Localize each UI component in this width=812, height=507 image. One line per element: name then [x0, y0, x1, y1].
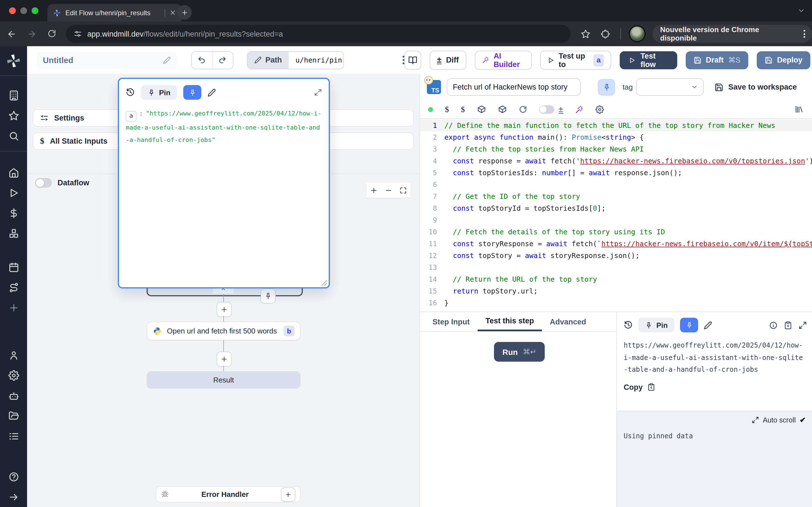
search-icon[interactable] — [0, 126, 27, 146]
expand-sidebar-icon[interactable] — [0, 487, 27, 507]
clipboard-icon[interactable] — [784, 321, 792, 329]
pinned-active-button[interactable] — [183, 85, 201, 100]
flows-icon[interactable] — [0, 277, 27, 297]
auto-scroll-row[interactable]: Auto scroll ✔ — [617, 411, 812, 424]
runs-icon[interactable] — [0, 182, 27, 203]
dataflow-toggle[interactable] — [35, 178, 52, 187]
home-icon[interactable] — [0, 162, 27, 182]
editor-settings-gear-icon[interactable] — [595, 105, 604, 114]
workspace-icon[interactable] — [0, 85, 27, 105]
code-line[interactable]: 5 const topStoriesIds: number[] = await … — [420, 167, 812, 179]
undo-button[interactable] — [192, 52, 212, 68]
save-to-workspace-button[interactable]: Save to workspace — [715, 82, 797, 92]
add-step-button[interactable] — [216, 302, 232, 317]
edit-pin-pencil-icon[interactable] — [704, 321, 712, 329]
expand-popup-icon[interactable] — [314, 89, 322, 96]
ai-builder-button[interactable]: AI Builder — [474, 50, 532, 69]
code-line[interactable]: 12 const topStory = await storyResponse.… — [420, 249, 812, 262]
code-line[interactable]: 10 // Fetch the details of the top story… — [420, 226, 812, 238]
code-editor[interactable]: 1// Define the main function to fetch th… — [420, 119, 812, 312]
node-pin-badge[interactable] — [260, 288, 276, 304]
tag-select[interactable] — [636, 78, 704, 96]
tab-close-icon[interactable] — [170, 10, 176, 16]
folders-icon[interactable] — [0, 406, 27, 426]
code-line[interactable]: 13 — [420, 262, 812, 273]
history-icon[interactable] — [126, 88, 135, 97]
pinned-json-value[interactable]: a:"https://www.geoffreylitt.com/2025/04/… — [119, 100, 329, 146]
test-flow-button[interactable]: Test flow — [620, 51, 677, 69]
zoom-window-button[interactable] — [32, 7, 38, 14]
settings-icon[interactable] — [0, 365, 27, 385]
result-node[interactable]: Result — [147, 371, 301, 389]
favorites-icon[interactable] — [0, 105, 27, 126]
fit-view-icon[interactable] — [399, 186, 407, 194]
copy-button[interactable]: Copy — [617, 376, 812, 391]
browser-menu-icon[interactable] — [800, 26, 809, 41]
code-line[interactable]: 9 — [420, 214, 812, 226]
code-line[interactable]: 1// Define the main function to fetch th… — [420, 119, 812, 131]
back-button[interactable] — [3, 25, 20, 42]
step-pin-button[interactable] — [598, 78, 615, 96]
ai-wand-icon[interactable] — [575, 105, 583, 114]
docs-book-button[interactable] — [404, 50, 421, 69]
pin-tab[interactable]: Pin — [638, 318, 674, 332]
site-settings-icon[interactable] — [73, 30, 82, 38]
code-line[interactable]: 8 const topStoryId = topStoriesIds[0]; — [420, 202, 812, 214]
result-value[interactable]: https://www.geoffreylitt.com/2025/04/12/… — [617, 332, 812, 376]
variables-icon[interactable]: $ — [445, 105, 449, 114]
tab-search-icon[interactable] — [797, 7, 805, 15]
fullscreen-icon[interactable] — [799, 321, 807, 329]
reload-button[interactable] — [43, 25, 60, 42]
zoom-in-icon[interactable] — [370, 186, 378, 194]
tab-advanced[interactable]: Advanced — [542, 312, 594, 331]
editor-toggle[interactable] — [539, 105, 554, 114]
reload-icon[interactable] — [518, 105, 527, 114]
error-handler-node[interactable]: Error Handler — [156, 486, 301, 503]
pin-tab[interactable]: Pin — [141, 85, 177, 100]
flow-node-b[interactable]: Open url and fetch first 500 words of ..… — [147, 322, 301, 340]
resources-icon[interactable] — [0, 223, 27, 243]
add-error-handler-button[interactable] — [281, 487, 296, 502]
redo-button[interactable] — [212, 52, 233, 68]
resources-dollar-icon[interactable]: $ — [461, 105, 465, 114]
code-line[interactable]: 6 — [420, 179, 812, 190]
deploy-button[interactable]: Deploy — [757, 51, 810, 69]
code-line[interactable]: 16} — [420, 297, 812, 309]
code-line[interactable]: 2export async function main(): Promise<s… — [420, 131, 812, 143]
tab-test-this-step[interactable]: Test this step — [477, 312, 542, 331]
diff-button[interactable]: ±Diff — [430, 50, 466, 69]
ai-bot-icon[interactable] — [0, 385, 27, 406]
library-icon[interactable] — [795, 105, 804, 114]
add-icon[interactable] — [0, 297, 27, 318]
path-group[interactable]: Path u/henri/pin — [247, 51, 344, 69]
edit-name-pencil-icon[interactable] — [163, 56, 171, 64]
address-bar[interactable]: app.windmill.dev/flows/edit/u/henri/pin_… — [66, 25, 571, 43]
minimize-window-button[interactable] — [20, 7, 27, 14]
close-window-button[interactable] — [9, 7, 16, 14]
code-line[interactable]: 11 const storyResponse = await fetch(`ht… — [420, 238, 812, 249]
step-summary-input[interactable]: Fetch url of HackerNews top story — [447, 78, 581, 96]
code-line[interactable]: 3 // Fetch the top stories from Hacker N… — [420, 143, 812, 155]
new-tab-button[interactable] — [177, 5, 192, 20]
code-line[interactable]: 7 // Get the ID of the top story — [420, 190, 812, 202]
package-icon[interactable] — [477, 105, 486, 114]
variables-icon[interactable] — [0, 203, 27, 223]
schedules-icon[interactable] — [0, 257, 27, 277]
zoom-out-icon[interactable] — [385, 186, 393, 194]
chrome-update-button[interactable]: Nouvelle version de Chrome disponible — [652, 25, 812, 43]
code-line[interactable]: 14 // Return the URL of the top story — [420, 273, 812, 285]
tab-step-input[interactable]: Step Input — [424, 312, 477, 331]
run-button[interactable]: Run⌘↵ — [494, 342, 545, 362]
audit-logs-icon[interactable] — [0, 426, 27, 446]
profile-avatar[interactable] — [629, 25, 645, 42]
windmill-logo[interactable] — [0, 46, 27, 75]
package-icon[interactable] — [498, 105, 507, 114]
info-icon[interactable] — [769, 321, 777, 329]
test-up-to-button[interactable]: Test up toa — [540, 50, 611, 69]
users-icon[interactable] — [0, 345, 27, 365]
code-line[interactable]: 4 const response = await fetch('https://… — [420, 155, 812, 167]
history-icon[interactable] — [624, 321, 633, 330]
resize-handle[interactable] — [321, 280, 327, 286]
edit-pin-pencil-icon[interactable] — [207, 88, 216, 97]
add-step-button[interactable] — [216, 351, 232, 367]
